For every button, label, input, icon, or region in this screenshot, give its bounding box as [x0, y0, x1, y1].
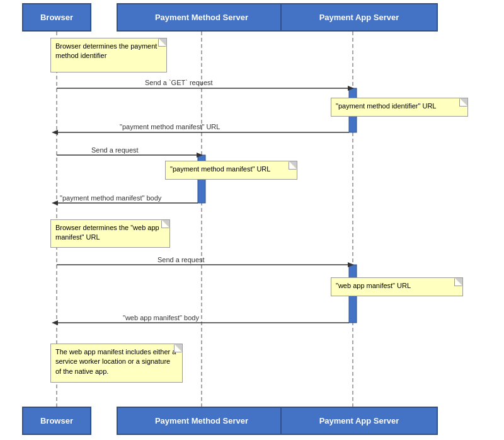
note-browser-determines-identifier: Browser determines the payment method id… — [50, 38, 167, 72]
svg-marker-15 — [348, 262, 354, 267]
note-payment-method-manifest-url: "payment method manifest" URL — [165, 161, 297, 180]
svg-marker-17 — [52, 320, 58, 325]
svg-marker-7 — [348, 86, 354, 91]
svg-marker-11 — [197, 153, 203, 158]
header-payment-app-server-top: Payment App Server — [280, 3, 438, 32]
msg4-label: "payment method manifest" body — [60, 194, 161, 202]
msg1-label: Send a `GET` request — [145, 79, 213, 86]
msg3-label: Send a request — [91, 146, 139, 154]
header-payment-method-server-top: Payment Method Server — [117, 3, 287, 32]
note-web-app-manifest-url: "web app manifest" URL — [331, 277, 463, 296]
msg2-label: "payment method manifest" URL — [120, 123, 220, 130]
msg5-label: Send a request — [158, 256, 205, 263]
note-payment-method-identifier-url: "payment method identifier" URL — [331, 98, 468, 117]
header-browser-top: Browser — [22, 3, 91, 32]
svg-marker-13 — [52, 200, 58, 206]
sequence-diagram: Browser Payment Method Server Payment Ap… — [0, 0, 504, 440]
header-payment-app-server-bottom: Payment App Server — [280, 407, 438, 435]
svg-marker-9 — [52, 130, 58, 135]
note-web-app-manifest-body: The web app manifest includes either a s… — [50, 344, 183, 383]
note-browser-determines-web-app-manifest: Browser determines the "web app manifest… — [50, 219, 170, 248]
header-payment-method-server-bottom: Payment Method Server — [117, 407, 287, 435]
header-browser-bottom: Browser — [22, 407, 91, 435]
msg6-label: "web app manifest" body — [123, 314, 199, 321]
